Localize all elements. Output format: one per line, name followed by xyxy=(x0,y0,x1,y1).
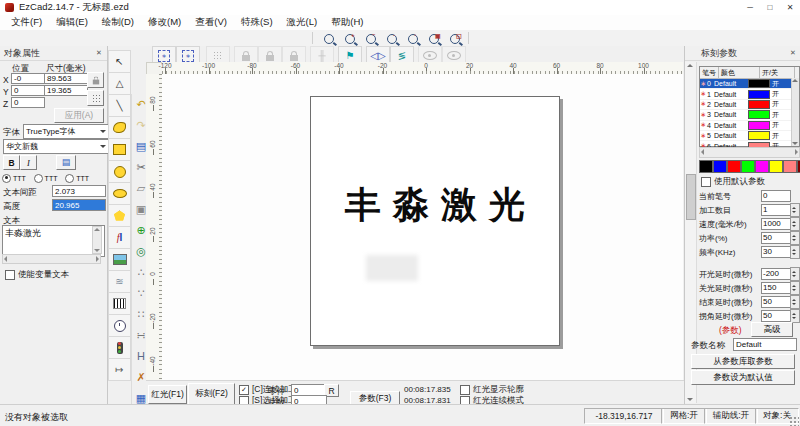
object-panel-close-icon[interactable]: ✕ xyxy=(94,49,104,57)
pen-row[interactable]: ∗1Default开 xyxy=(700,89,799,99)
zoom-out-icon[interactable]: − xyxy=(360,31,382,47)
param-value-field[interactable]: 50 xyxy=(761,296,791,308)
grid-status[interactable]: 网格:开 xyxy=(661,408,707,424)
resize-grip[interactable] xyxy=(789,416,799,426)
palette-swatch[interactable] xyxy=(741,160,755,173)
param-value-field[interactable]: 1 xyxy=(761,204,791,216)
param-value-field[interactable]: 1000 xyxy=(761,218,791,230)
palette-swatch[interactable] xyxy=(783,160,797,173)
enable-variable-text-checkbox[interactable]: 使能变量文本 xyxy=(5,269,69,281)
param-value-field[interactable]: 50 xyxy=(761,310,791,322)
z-position-field[interactable]: 0 xyxy=(11,97,45,108)
bitmap-tool[interactable] xyxy=(108,248,131,271)
maximize-button[interactable]: □ xyxy=(760,0,780,15)
lock-ratio-button[interactable] xyxy=(87,72,104,88)
bold-button[interactable]: B xyxy=(3,155,20,170)
output-port-tool[interactable]: ↦ xyxy=(108,358,131,381)
param-spinner[interactable] xyxy=(790,231,800,245)
pen-list-scrollbar[interactable] xyxy=(791,78,799,146)
param-spinner[interactable] xyxy=(790,217,800,231)
x-position-field[interactable]: -0 xyxy=(11,73,45,84)
pen-row[interactable]: ∗2Default开 xyxy=(700,100,799,110)
italic-button[interactable]: I xyxy=(20,155,37,170)
param-name-field[interactable]: Default xyxy=(733,338,797,351)
anchor-point-button[interactable] xyxy=(87,90,104,106)
minimize-button[interactable]: ─ xyxy=(740,0,760,15)
rectangle-tool[interactable] xyxy=(108,138,131,161)
menu-modify[interactable]: 修改(M) xyxy=(141,15,188,30)
palette-swatch[interactable] xyxy=(699,160,713,173)
menu-help[interactable]: 帮助(H) xyxy=(324,15,370,30)
param-value-field[interactable]: 50 xyxy=(761,232,791,244)
param-value-field[interactable]: -200 xyxy=(761,268,791,280)
input-port-tool[interactable] xyxy=(108,336,131,359)
line-tool[interactable]: ╲ xyxy=(108,94,131,117)
pen-row[interactable]: ∗5Default开 xyxy=(700,131,799,141)
y-position-field[interactable]: 0 xyxy=(11,85,45,96)
menu-file[interactable]: 文件(F) xyxy=(4,15,49,30)
drawing-canvas[interactable]: 丰淼激光 xyxy=(162,74,683,380)
param-spinner[interactable] xyxy=(790,295,800,309)
apply-button[interactable]: 应用(A) xyxy=(54,108,104,123)
node-edit-tool[interactable]: △ xyxy=(108,72,131,95)
param-spinner[interactable] xyxy=(790,281,800,295)
char-spacing-field[interactable]: 2.073 xyxy=(52,185,106,197)
use-default-params-checkbox[interactable]: 使用默认参数 xyxy=(701,176,765,188)
work-area[interactable]: 丰淼激光 xyxy=(310,96,560,346)
palette-swatch[interactable] xyxy=(713,160,727,173)
pen-row[interactable]: ∗3Default开 xyxy=(700,110,799,120)
menu-edit[interactable]: 编辑(E) xyxy=(49,15,95,30)
param-spinner[interactable] xyxy=(790,203,800,217)
menu-laser[interactable]: 激光(L) xyxy=(280,15,325,30)
pen-row[interactable]: ∗4Default开 xyxy=(700,121,799,131)
font-name-select[interactable]: 华文新魏 xyxy=(3,139,109,154)
zoom-window-icon[interactable]: ▫ xyxy=(402,31,424,47)
select-tool[interactable]: ↖ xyxy=(108,50,131,73)
pen-list-hscrollbar[interactable] xyxy=(699,147,800,158)
font-type-select[interactable]: TrueType字体 xyxy=(23,124,109,139)
barcode-tool[interactable] xyxy=(108,292,131,315)
palette-swatch[interactable] xyxy=(769,160,783,173)
advanced-button[interactable]: 高级 xyxy=(751,322,793,337)
param-spinner[interactable] xyxy=(790,309,800,323)
menu-view[interactable]: 查看(V) xyxy=(188,15,234,30)
x-size-field[interactable]: 89.563 xyxy=(44,73,88,84)
palette-swatch[interactable] xyxy=(755,160,769,173)
y-size-field[interactable]: 19.365 xyxy=(44,85,88,96)
pen-row[interactable]: ∗0Default开 xyxy=(700,79,799,89)
align-left-radio[interactable]: ΤΤΤ xyxy=(2,172,26,183)
curve-tool[interactable] xyxy=(108,116,131,139)
close-button[interactable]: ✕ xyxy=(780,0,800,15)
align-center-radio[interactable]: ΤΤΤ xyxy=(34,172,58,183)
mark-text-object[interactable]: 丰淼激光 xyxy=(311,181,559,230)
red-light-button[interactable]: 红光(F1) xyxy=(148,385,187,404)
param-spinner[interactable] xyxy=(790,267,800,281)
menu-draw[interactable]: 绘制(D) xyxy=(95,15,141,30)
zoom-fit-icon[interactable]: ◱ xyxy=(444,31,466,47)
select-param-from-library-button[interactable]: 从参数库取参数 xyxy=(691,354,795,369)
menu-special[interactable]: 特殊(S) xyxy=(234,15,280,30)
mark-button[interactable]: 标刻(F2) xyxy=(188,383,235,405)
polygon-tool[interactable] xyxy=(108,204,131,227)
zoom-previous-icon[interactable]: · xyxy=(381,31,403,47)
ellipse-tool[interactable] xyxy=(108,182,131,205)
vector-file-tool[interactable]: ≋ xyxy=(108,270,131,293)
zoom-in-icon[interactable]: + xyxy=(339,31,361,47)
zoom-pan-icon[interactable] xyxy=(318,31,340,47)
align-right-radio[interactable]: ΤΤΤ xyxy=(65,172,89,183)
param-value-field[interactable]: 150 xyxy=(761,282,791,294)
delay-tool[interactable] xyxy=(108,314,131,337)
text-tool[interactable]: fI xyxy=(108,226,131,249)
param-value-field[interactable]: 30 xyxy=(761,246,791,258)
text-content-area[interactable]: 丰淼激光 xyxy=(2,225,105,257)
palette-swatch[interactable] xyxy=(727,160,741,173)
text-hscrollbar[interactable] xyxy=(2,254,101,264)
text-vscrollbar[interactable] xyxy=(92,226,102,254)
height-field[interactable]: 20.965 xyxy=(52,199,106,211)
param-value-field[interactable]: 0 xyxy=(761,190,791,202)
zoom-all-icon[interactable]: ▣ xyxy=(423,31,445,47)
guideline-status[interactable]: 辅助线:开 xyxy=(704,408,758,424)
circle-tool[interactable] xyxy=(108,160,131,183)
mark-panel-close-icon[interactable]: ✕ xyxy=(788,49,798,57)
param-spinner[interactable] xyxy=(790,245,800,259)
